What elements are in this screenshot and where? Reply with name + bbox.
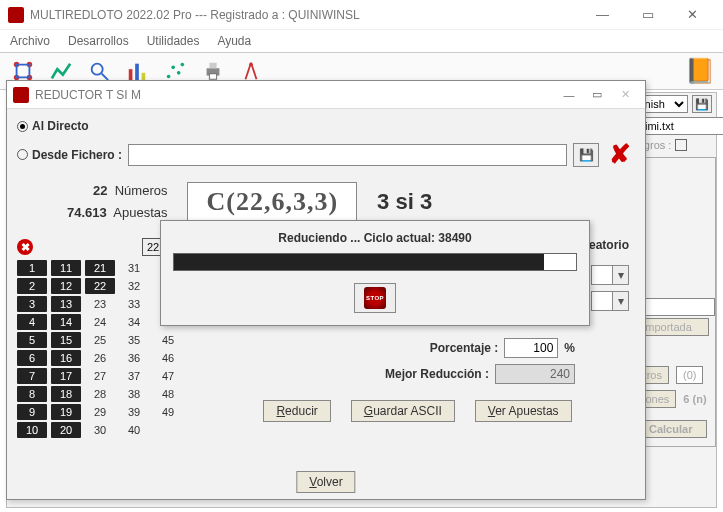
num-cell[interactable]: 13 <box>51 296 81 312</box>
close-button[interactable]: ✕ <box>670 1 715 29</box>
svg-rect-15 <box>209 74 216 80</box>
num-cell[interactable]: 8 <box>17 386 47 402</box>
reintegros-check[interactable] <box>675 139 687 151</box>
num-cell[interactable]: 31 <box>119 260 149 276</box>
num-cell[interactable]: 10 <box>17 422 47 438</box>
ciclos-dropdown-2[interactable]: ▾ <box>591 291 629 311</box>
maximize-button[interactable]: ▭ <box>625 1 670 29</box>
num-cell[interactable]: 48 <box>153 386 183 402</box>
num-cell[interactable]: 20 <box>51 422 81 438</box>
percent-sym: % <box>564 341 575 355</box>
ciclos-dropdown-1[interactable]: ▾ <box>591 265 629 285</box>
app-icon <box>8 7 24 23</box>
svg-point-12 <box>181 63 185 67</box>
num-cell[interactable]: 37 <box>119 368 149 384</box>
dialog-titlebar: REDUCTOR T SI M — ▭ ✕ <box>7 81 645 109</box>
guardar-ascii-button[interactable]: Guardar ASCII <box>351 400 455 422</box>
num-cell[interactable]: 36 <box>119 350 149 366</box>
num-cell[interactable]: 4 <box>17 314 47 330</box>
menu-archivo[interactable]: Archivo <box>10 34 50 48</box>
ver-apuestas-button[interactable]: Ver Apuestas <box>475 400 572 422</box>
num-cell[interactable]: 21 <box>85 260 115 276</box>
svg-rect-6 <box>129 69 133 80</box>
dialog-title: REDUCTOR T SI M <box>35 88 555 102</box>
stop-icon: STOP <box>364 287 386 309</box>
num-cell[interactable]: 26 <box>85 350 115 366</box>
num-cell[interactable]: 35 <box>119 332 149 348</box>
combi-sidelabels: 22 Números 74.613 Apuestas <box>17 180 167 224</box>
main-titlebar: MULTIREDLOTO 2022.02 Pro --- Registrado … <box>0 0 723 30</box>
dialog-icon <box>13 87 29 103</box>
num-cell[interactable]: 34 <box>119 314 149 330</box>
num-cell[interactable]: 11 <box>51 260 81 276</box>
radio-al-directo[interactable]: Al Directo <box>17 117 635 135</box>
num-cell[interactable]: 24 <box>85 314 115 330</box>
combination-row: 22 Números 74.613 Apuestas C(22,6,3,3) 3… <box>17 180 635 224</box>
svg-rect-7 <box>135 64 139 80</box>
dlg-close-button[interactable]: ✕ <box>611 83 639 107</box>
num-cell[interactable]: 40 <box>119 422 149 438</box>
progress-dialog: Reduciendo ... Ciclo actual: 38490 STOP <box>160 220 590 326</box>
num-cell[interactable]: 18 <box>51 386 81 402</box>
num-cell[interactable]: 12 <box>51 278 81 294</box>
dlg-minimize-button[interactable]: — <box>555 83 583 107</box>
progress-track <box>173 253 577 271</box>
svg-point-11 <box>177 71 181 75</box>
window-controls: — ▭ ✕ <box>580 1 715 29</box>
num-cell[interactable]: 28 <box>85 386 115 402</box>
num-cell[interactable]: 47 <box>153 368 183 384</box>
svg-point-9 <box>167 75 171 79</box>
volver-button[interactable]: Volver <box>296 471 355 493</box>
num-cell[interactable]: 7 <box>17 368 47 384</box>
num-cell[interactable]: 15 <box>51 332 81 348</box>
clear-x-icon[interactable]: ✘ <box>605 139 635 170</box>
svg-point-4 <box>92 64 103 75</box>
progress-bar <box>174 254 544 270</box>
dlg-maximize-button[interactable]: ▭ <box>583 83 611 107</box>
num-cell[interactable]: 6 <box>17 350 47 366</box>
num-cell[interactable]: 49 <box>153 404 183 420</box>
lang-save-icon[interactable]: 💾 <box>692 95 712 113</box>
mejor-reduccion-label: Mejor Reducción : <box>385 367 489 381</box>
file-path-input[interactable] <box>128 144 567 166</box>
num-cell[interactable]: 9 <box>17 404 47 420</box>
num-cell[interactable]: 22 <box>85 278 115 294</box>
progress-message: Reduciendo ... Ciclo actual: 38490 <box>173 231 577 245</box>
radio-desde-fichero[interactable]: Desde Fichero : <box>17 146 122 164</box>
save-disk-icon[interactable]: 💾 <box>573 143 599 167</box>
reducir-button[interactable]: Reducir <box>263 400 330 422</box>
num-cell[interactable]: 5 <box>17 332 47 348</box>
num-cell[interactable]: 1 <box>17 260 47 276</box>
stop-button[interactable]: STOP <box>354 283 396 313</box>
num-cell[interactable]: 2 <box>17 278 47 294</box>
num-cell[interactable]: 46 <box>153 350 183 366</box>
cciones-value: 6 (n) <box>683 393 706 405</box>
minimize-button[interactable]: — <box>580 1 625 29</box>
num-cell[interactable]: 19 <box>51 404 81 420</box>
num-cell[interactable]: 39 <box>119 404 149 420</box>
svg-point-10 <box>171 66 175 70</box>
delete-circle-icon[interactable]: ✖ <box>17 239 33 255</box>
menubar: Archivo Desarrollos Utilidades Ayuda <box>0 30 723 52</box>
num-cell[interactable]: 23 <box>85 296 115 312</box>
num-cell[interactable]: 30 <box>85 422 115 438</box>
menu-desarrollos[interactable]: Desarrollos <box>68 34 129 48</box>
window-title: MULTIREDLOTO 2022.02 Pro --- Registrado … <box>30 8 580 22</box>
num-cell[interactable]: 27 <box>85 368 115 384</box>
num-cell[interactable]: 25 <box>85 332 115 348</box>
num-cell[interactable]: 29 <box>85 404 115 420</box>
num-cell[interactable]: 3 <box>17 296 47 312</box>
num-cell[interactable]: 14 <box>51 314 81 330</box>
num-cell[interactable]: 33 <box>119 296 149 312</box>
menu-ayuda[interactable]: Ayuda <box>217 34 251 48</box>
num-cell[interactable]: 16 <box>51 350 81 366</box>
help-icon[interactable]: 📙 <box>685 57 715 85</box>
svg-rect-14 <box>209 63 216 69</box>
num-cell[interactable]: 32 <box>119 278 149 294</box>
porcentaje-input[interactable] <box>504 338 558 358</box>
num-cell[interactable]: 45 <box>153 332 183 348</box>
tsi-display: 3 si 3 <box>377 189 432 215</box>
num-cell[interactable]: 38 <box>119 386 149 402</box>
num-cell[interactable]: 17 <box>51 368 81 384</box>
menu-utilidades[interactable]: Utilidades <box>147 34 200 48</box>
